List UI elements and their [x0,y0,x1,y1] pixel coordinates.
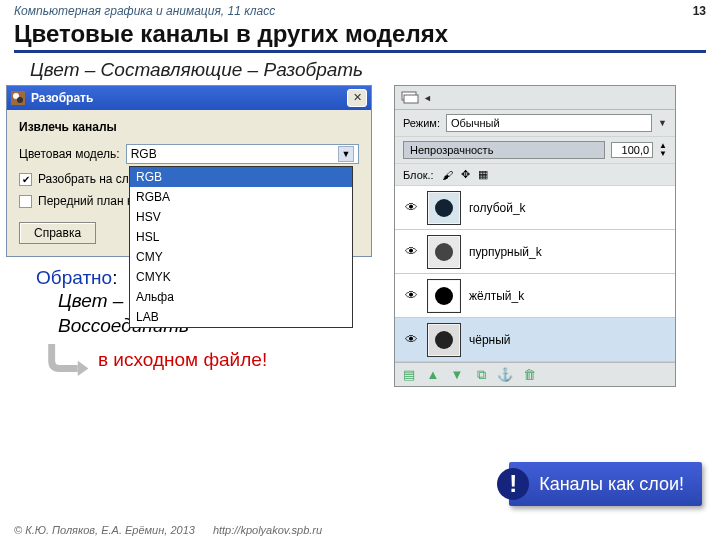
app-icon [11,91,25,105]
layer-row[interactable]: 👁 голубой_k [395,186,675,230]
close-button[interactable]: ✕ [347,89,367,107]
lock-move-icon[interactable]: ✥ [461,168,470,181]
dropdown-option[interactable]: RGBA [130,187,352,207]
callout: ! Каналы как слои! [509,462,702,506]
foreground-as-checkbox[interactable] [19,195,32,208]
layers-panel: ◄ Режим: ▼ Непрозрачность 100,0 ▲▼ Блок.… [394,85,676,387]
note-red: в исходном файле! [98,349,267,371]
duplicate-layer-icon[interactable]: ⧉ [473,367,489,383]
layer-thumb [427,279,461,313]
dropdown-option[interactable]: CMYK [130,267,352,287]
eye-icon[interactable]: 👁 [403,200,419,215]
mode-select[interactable] [446,114,652,132]
delete-layer-icon[interactable]: 🗑 [521,367,537,383]
layer-thumb [427,323,461,357]
dropdown-option[interactable]: RGB [130,167,352,187]
anchor-layer-icon[interactable]: ⚓ [497,367,513,383]
course-label: Компьютерная графика и анимация, 11 клас… [14,4,275,18]
color-model-value: RGB [131,147,157,161]
page-number: 13 [693,4,706,18]
svg-point-10 [435,287,453,305]
decompose-dialog: Разобрать ✕ Извлечь каналы Цветовая моде… [6,85,372,257]
svg-point-6 [435,199,453,217]
new-layer-icon[interactable]: ▤ [401,367,417,383]
footer-url: http://kpolyakov.spb.ru [213,524,322,536]
exclamation-icon: ! [497,468,529,500]
back-label: Обратно [36,267,112,288]
extract-section-label: Извлечь каналы [19,120,359,134]
layer-row[interactable]: 👁 пурпурный_k [395,230,675,274]
layer-name: голубой_k [469,201,526,215]
lock-brush-icon[interactable]: 🖌 [442,169,453,181]
opacity-value[interactable]: 100,0 [611,142,653,158]
menu-path: Цвет – Составляющие – Разобрать [30,59,690,81]
color-model-dropdown[interactable]: RGB RGBA HSV HSL CMY CMYK Альфа LAB [129,166,353,328]
layer-thumb [427,191,461,225]
layer-row[interactable]: 👁 жёлтый_k [395,274,675,318]
layer-name: чёрный [469,333,511,347]
opacity-stepper[interactable]: ▲▼ [659,142,667,158]
arrow-icon [44,342,90,378]
layer-list: 👁 голубой_k 👁 пурпурный_k 👁 жёлтый_k 👁 [395,186,675,362]
layer-row[interactable]: 👁 чёрный [395,318,675,362]
page-title: Цветовые каналы в других моделях [14,20,706,53]
svg-rect-4 [404,95,418,103]
eye-icon[interactable]: 👁 [403,332,419,347]
dropdown-option[interactable]: HSL [130,227,352,247]
chevron-down-icon[interactable]: ▼ [658,118,667,128]
layers-stack-icon[interactable] [401,91,419,105]
layer-name: пурпурный_k [469,245,542,259]
layer-thumb [427,235,461,269]
svg-point-2 [17,97,23,103]
dropdown-option[interactable]: HSV [130,207,352,227]
eye-icon[interactable]: 👁 [403,288,419,303]
svg-point-8 [435,243,453,261]
svg-point-12 [435,331,453,349]
decompose-to-layers-label: Разобрать на слои [38,172,142,186]
lock-alpha-icon[interactable]: ▦ [478,168,488,181]
color-model-select[interactable]: RGB ▼ [126,144,359,164]
chevron-down-icon[interactable]: ▼ [338,146,354,162]
lower-layer-icon[interactable]: ▼ [449,367,465,383]
eye-icon[interactable]: 👁 [403,244,419,259]
layer-name: жёлтый_k [469,289,524,303]
panel-menu-icon[interactable]: ◄ [423,93,432,103]
dropdown-option[interactable]: LAB [130,307,352,327]
color-model-label: Цветовая модель: [19,147,120,161]
colon: : [112,267,117,288]
dropdown-option[interactable]: Альфа [130,287,352,307]
mode-label: Режим: [403,117,440,129]
raise-layer-icon[interactable]: ▲ [425,367,441,383]
dropdown-option[interactable]: CMY [130,247,352,267]
footer-copyright: © К.Ю. Поляков, Е.А. Ерёмин, 2013 [14,524,195,536]
lock-label: Блок.: [403,169,434,181]
callout-text: Каналы как слои! [539,474,684,495]
help-button[interactable]: Справка [19,222,96,244]
decompose-to-layers-checkbox[interactable]: ✔ [19,173,32,186]
dialog-title: Разобрать [31,91,93,105]
opacity-label: Непрозрачность [403,141,605,159]
